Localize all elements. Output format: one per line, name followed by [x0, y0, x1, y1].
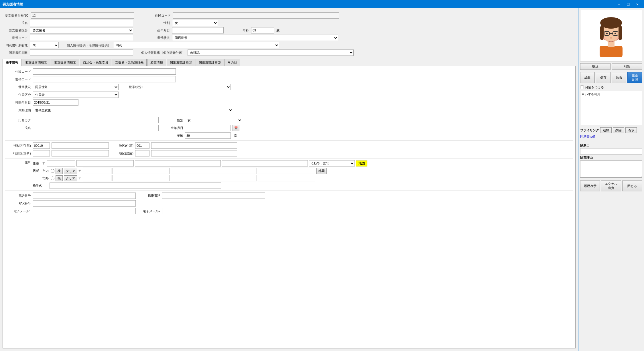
remove-date-label: 除票日: [580, 143, 642, 148]
tc-fax-input[interactable]: [33, 200, 136, 207]
city-addr3-input[interactable]: [258, 168, 315, 174]
tc-move-date-input[interactable]: [33, 99, 78, 106]
outside-addr3-input[interactable]: [258, 175, 315, 181]
tc-district-base-code[interactable]: [135, 142, 149, 149]
tc-admin-base-code[interactable]: [33, 142, 50, 149]
tc-jumin-input[interactable]: [33, 68, 176, 75]
filing-delete-button[interactable]: 削除: [613, 127, 624, 133]
outside-zip-input[interactable]: [83, 175, 111, 181]
capture-button[interactable]: 取込: [580, 63, 610, 70]
address-zip-input[interactable]: [47, 160, 75, 166]
calendar-button[interactable]: 📅: [233, 125, 239, 131]
tc-household-status2-label: 世帯状況2: [120, 85, 143, 89]
birthday-input[interactable]: [172, 27, 224, 33]
city-addr2-input[interactable]: [171, 168, 257, 174]
address-val1-input[interactable]: [76, 160, 134, 166]
tc-gender2-select[interactable]: 女 男: [185, 117, 242, 123]
address-map-button[interactable]: 地図: [356, 160, 367, 166]
outside-addr2-input[interactable]: [171, 175, 257, 181]
tc-name-kana-input[interactable]: [33, 117, 159, 123]
tc-name-input[interactable]: [33, 125, 159, 131]
filing-item-link[interactable]: 同意書.pdf: [580, 135, 595, 138]
tc-household-status-select[interactable]: 同居世帯: [33, 84, 119, 90]
household-code-input[interactable]: [30, 35, 133, 41]
tc-email2-input[interactable]: [162, 208, 265, 214]
facility-input[interactable]: [50, 183, 221, 189]
close-button[interactable]: ×: [633, 1, 641, 7]
tc-email1-input[interactable]: [33, 208, 136, 214]
tab-supporter-contact[interactable]: 支援者・緊急連絡先: [112, 59, 147, 66]
address-base-row: 住基 〒 6:LV6：支号 地図: [33, 160, 573, 166]
city-clear-btn[interactable]: クリア: [64, 168, 77, 174]
tab-community[interactable]: 自治会・民生委員: [80, 59, 111, 66]
filing-add-button[interactable]: 追加: [600, 127, 612, 133]
tc-household-code-input[interactable]: [33, 76, 176, 82]
remove-date-input[interactable]: [580, 148, 642, 154]
city-zip-input[interactable]: [83, 168, 111, 174]
outside-addr1-input[interactable]: [113, 175, 170, 181]
name-input[interactable]: [30, 20, 133, 26]
jumin-code-input[interactable]: [173, 12, 339, 19]
city-map-btn[interactable]: 地図: [316, 168, 327, 174]
tab-individual-plan1[interactable]: 個別避難計画①: [167, 59, 195, 66]
outside-radio[interactable]: [51, 177, 54, 180]
close-button[interactable]: 閉じる: [622, 181, 642, 191]
address-city-row: 居所 市内 検 クリア 〒 地図: [33, 168, 573, 174]
personal-info1-select[interactable]: 同意 未確認: [113, 42, 279, 48]
attachment-checkbox[interactable]: [580, 86, 584, 89]
filing-view-button[interactable]: 表示: [625, 127, 637, 133]
tab-supporter2[interactable]: 要支援者情報②: [51, 59, 79, 66]
tc-mobile-input[interactable]: [162, 193, 265, 199]
memo-area[interactable]: 車いすを利用: [580, 91, 642, 125]
tab-supporter1[interactable]: 要支援者情報①: [22, 59, 50, 66]
tc-district-residence-name[interactable]: [151, 150, 237, 156]
save-button[interactable]: 保存: [596, 72, 610, 83]
name-label: 氏名: [5, 21, 28, 25]
city-addr1-input[interactable]: [113, 168, 170, 174]
tc-row-fax: FAX番号: [5, 200, 573, 207]
tc-district-residence-code[interactable]: [135, 150, 149, 156]
tc-household-status2-select[interactable]: [145, 84, 231, 90]
tc-birthday2-input[interactable]: [185, 125, 231, 131]
tab-individual-plan2[interactable]: 個別避難計画②: [196, 59, 224, 66]
filing-section: ファイリング 追加 削除 表示 同意書.pdf: [580, 127, 642, 139]
address-val2-input[interactable]: [135, 160, 221, 166]
household-status-select[interactable]: 同居世帯: [172, 35, 338, 41]
tc-admin-residence-name[interactable]: [52, 150, 109, 156]
tc-phone-input[interactable]: [33, 193, 136, 199]
excel-button[interactable]: エクセル出力: [601, 181, 621, 191]
address-val3-input[interactable]: [222, 160, 308, 166]
filing-item[interactable]: 同意書.pdf: [580, 134, 642, 139]
consent-print-select[interactable]: 未 済: [30, 42, 59, 48]
tc-residence-type-select[interactable]: 住登者: [33, 92, 119, 98]
city-radio[interactable]: [51, 169, 54, 173]
tc-move-reason-select[interactable]: 世帯主変更: [33, 107, 233, 113]
address-district-level-select[interactable]: 6:LV6：支号: [309, 160, 355, 166]
titlebar: 要支援者情報 － □ ×: [0, 0, 644, 8]
history-button[interactable]: 履歴表示: [580, 181, 600, 191]
tc-district-base-name[interactable]: [151, 142, 237, 149]
delete-button[interactable]: 除票: [612, 72, 626, 83]
tab-evacuation[interactable]: 避難情報: [147, 59, 166, 66]
tc-age2-input[interactable]: [185, 132, 231, 139]
city-search-btn[interactable]: 検: [56, 168, 63, 174]
gender-select[interactable]: 女 男: [172, 20, 218, 26]
tab-other[interactable]: その他: [224, 59, 240, 66]
supporter-no-input[interactable]: [31, 12, 134, 19]
personal-info2-select[interactable]: 未確認 同意: [188, 49, 354, 56]
edit-button[interactable]: 編集: [580, 72, 595, 83]
remove-reason-input[interactable]: [580, 160, 642, 178]
consent-date-input[interactable]: [30, 49, 133, 56]
minimize-button[interactable]: －: [615, 1, 623, 7]
tab-basic[interactable]: 基本情報: [3, 59, 21, 66]
outside-clear-btn[interactable]: クリア: [64, 175, 77, 181]
age-input[interactable]: [251, 27, 274, 33]
maximize-button[interactable]: □: [624, 1, 632, 7]
tc-admin-residence-code[interactable]: [33, 150, 50, 156]
window-controls: － □ ×: [615, 1, 641, 7]
resident-ref-button[interactable]: 住基参照: [627, 72, 642, 83]
supporter-type-select[interactable]: 要支援者: [30, 27, 133, 33]
photo-delete-button[interactable]: 削除: [612, 63, 642, 70]
outside-search-btn[interactable]: 検: [56, 175, 63, 181]
tc-admin-base-name[interactable]: [52, 142, 109, 149]
